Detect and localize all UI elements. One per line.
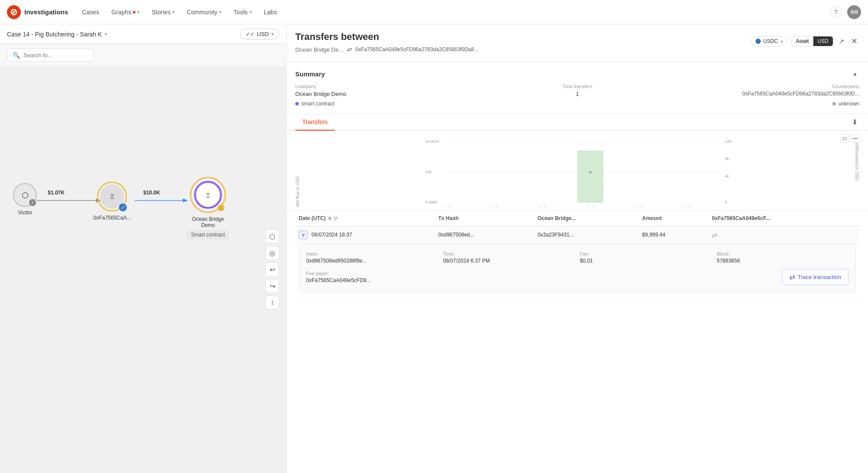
case-dropdown-icon[interactable]: ▾ [105, 32, 107, 36]
unknown-type-dot-icon [832, 102, 836, 105]
target-tool-button[interactable]: ◎ [265, 246, 279, 260]
svg-text:18:40: 18:40 [585, 206, 595, 207]
usd-chevron-icon: ▾ [271, 32, 274, 36]
chart-collapse-button[interactable]: — [851, 134, 859, 143]
col-txhash: Tx Hash [435, 211, 534, 226]
col-counterparty: 0xFa7565CaA049e5cF... [708, 211, 859, 226]
smart-contract-badge: Smart contract [187, 230, 229, 240]
usdc-selector[interactable]: USDC ▾ [751, 36, 788, 46]
type-row: smart contract unknown [295, 101, 859, 107]
ocean-bridge-node[interactable]: Ξ ⬡ Ocean BridgeDemo Smart contract [187, 177, 229, 240]
expanded-detail-row: Hash: 0xd967508ed950288f9e... Time: 06/0… [295, 244, 859, 302]
usd-label: USD [257, 31, 269, 37]
tx-detail-row2: Fee payer: 0xFa7565CaA049e5cFD9... ⇄ Tra… [306, 269, 848, 285]
graph-toolbar: ⬡ ◎ ↩ ↪ ↕ [265, 230, 279, 309]
tab-bar: Transfers ⬇ [287, 114, 868, 131]
graph-canvas[interactable]: $1.07K $10.0K ⬡ Ξ Victim Ξ [0, 66, 286, 473]
nav-community[interactable]: Community ▾ [182, 6, 227, 18]
cell-counterparty: ⇄ [708, 226, 859, 244]
victim-node[interactable]: ⬡ Ξ Victim [13, 183, 37, 216]
subtitle-arrow-icon: ⇄ [347, 46, 352, 53]
redo-button[interactable]: ↪ [265, 279, 279, 293]
chart-svg: 10.001k 10k 9.998k 18:10 18:20 18:30 18:… [304, 138, 851, 207]
sort-button[interactable]: ↕ [265, 296, 279, 309]
summary-title: Summary ▲ [295, 69, 859, 79]
usd-toggle[interactable]: ✓✓ USD ▾ [240, 29, 279, 39]
external-link-button[interactable]: ↗ [837, 36, 846, 47]
leadparty-col: Leadparty Ocean Bridge Demo [295, 84, 479, 97]
svg-text:10.001k: 10.001k [426, 139, 440, 144]
avatar[interactable]: AH [847, 5, 861, 19]
summary-collapse-button[interactable]: ▲ [851, 69, 859, 79]
asset-toggle-button[interactable]: Asset [792, 36, 813, 46]
transfers-table: Date (UTC) ⇅ ▽ Tx Hash Ocean Bridge... A… [295, 211, 859, 302]
svg-text:8k: 8k [725, 157, 729, 161]
community-chevron-icon: ▾ [219, 10, 221, 14]
chart-section: □ — Net flow in USD 10.001k 10k 9.998k [287, 131, 868, 211]
close-button[interactable]: ✕ [849, 35, 859, 48]
date-sort-icon[interactable]: ⇅ [328, 216, 331, 221]
svg-text:0: 0 [725, 200, 727, 204]
svg-point-18 [589, 171, 592, 174]
smart-contract-dot-icon [295, 102, 299, 105]
svg-text:10k: 10k [426, 170, 432, 174]
graphs-chevron-icon: ▾ [137, 10, 139, 14]
right-panel: Transfers between Ocean Bridge De... ⇄ 0… [287, 24, 868, 473]
wallet-label: 0xFa7565CaA... [93, 215, 131, 221]
nav-graphs[interactable]: Graphs ▾ [106, 6, 145, 18]
panel-subtitle: Ocean Bridge De... ⇄ 0xFa7565CaA049e5cFD… [295, 46, 478, 53]
bridge-label: Ocean BridgeDemo [192, 216, 224, 228]
chart-area: 10.001k 10k 9.998k 18:10 18:20 18:30 18:… [304, 138, 851, 207]
case-title-text: Case 14 - Pig Butchering - Sarah K [7, 31, 102, 38]
search-bar: 🔍 [0, 44, 286, 66]
wallet-node[interactable]: Ξ 🔗 0xFa7565CaA... [93, 181, 131, 221]
case-title-area: Case 14 - Pig Butchering - Sarah K ▾ [7, 31, 107, 38]
nav-tools[interactable]: Tools ▾ [228, 6, 257, 18]
search-input[interactable] [23, 52, 84, 59]
usd-toggle-button[interactable]: USD [813, 36, 833, 46]
chart-container: Net flow in USD 10.001k 10k 9.998k 18:10… [295, 138, 859, 207]
trace-btn-label: Trace transaction [798, 274, 841, 280]
panel-title: Transfers between [295, 31, 478, 43]
svg-text:19:00: 19:00 [681, 206, 691, 207]
table-row[interactable]: ∨ 06/07/2024 18:37 0xd967508ed... 0x3a23… [295, 226, 859, 244]
nav-cases[interactable]: Cases [77, 6, 105, 18]
nav-stories[interactable]: Stories ▾ [146, 6, 180, 18]
right-header: Transfers between Ocean Bridge De... ⇄ 0… [287, 24, 868, 62]
hexagon-tool-button[interactable]: ⬡ [265, 230, 279, 243]
undo-button[interactable]: ↩ [265, 263, 279, 276]
trace-transaction-button[interactable]: ⇄ Trace transaction [782, 269, 848, 285]
help-button[interactable]: ? [830, 6, 842, 18]
date-filter-icon[interactable]: ▽ [334, 216, 337, 221]
subtitle-from: Ocean Bridge De... [295, 46, 343, 53]
svg-rect-17 [578, 151, 604, 203]
summary-section: Summary ▲ Leadparty Ocean Bridge Demo To… [287, 62, 868, 114]
leadparty-type-badge: smart contract [295, 101, 334, 107]
svg-text:4k: 4k [725, 174, 729, 178]
app-logo[interactable]: Investigations [7, 5, 68, 19]
cell-txhash: 0xd967508ed... [435, 226, 534, 244]
logo-icon [7, 5, 21, 19]
tab-transfers[interactable]: Transfers [295, 114, 335, 131]
col-amount: Amount [639, 211, 709, 226]
svg-text:9.998k: 9.998k [426, 200, 438, 204]
row-expand-button[interactable]: ∨ [299, 230, 307, 239]
usd-check-icon: ✓✓ [246, 31, 254, 37]
counterparty-col: Counterparty 0xFa7565CaA049e5cFD96a2783d… [676, 84, 859, 97]
download-button[interactable]: ⬇ [850, 114, 859, 130]
graph-edges-svg [0, 66, 286, 473]
search-input-container[interactable]: 🔍 [7, 49, 94, 62]
tools-chevron-icon: ▾ [250, 10, 252, 14]
app-name: Investigations [24, 8, 68, 16]
nav-labs[interactable]: Labs [259, 6, 282, 18]
tx-detail-grid: Hash: 0xd967508ed950288f9e... Time: 06/0… [306, 251, 848, 264]
usdc-label: USDC [763, 38, 778, 44]
cell-bridge: 0x3a23F9431... [534, 226, 639, 244]
subtitle-to: 0xFa7565CaA049e5cFD96a2783da2C85663f0Da8… [356, 46, 479, 53]
counterparty-type-badge: unknown [832, 101, 859, 107]
stories-chevron-icon: ▾ [172, 10, 175, 14]
nav-right-actions: ? AH [830, 5, 861, 19]
cell-date: ∨ 06/07/2024 18:37 [295, 226, 435, 244]
left-header: Case 14 - Pig Butchering - Sarah K ▾ ✓✓ … [0, 24, 286, 44]
left-panel: Case 14 - Pig Butchering - Sarah K ▾ ✓✓ … [0, 24, 287, 473]
